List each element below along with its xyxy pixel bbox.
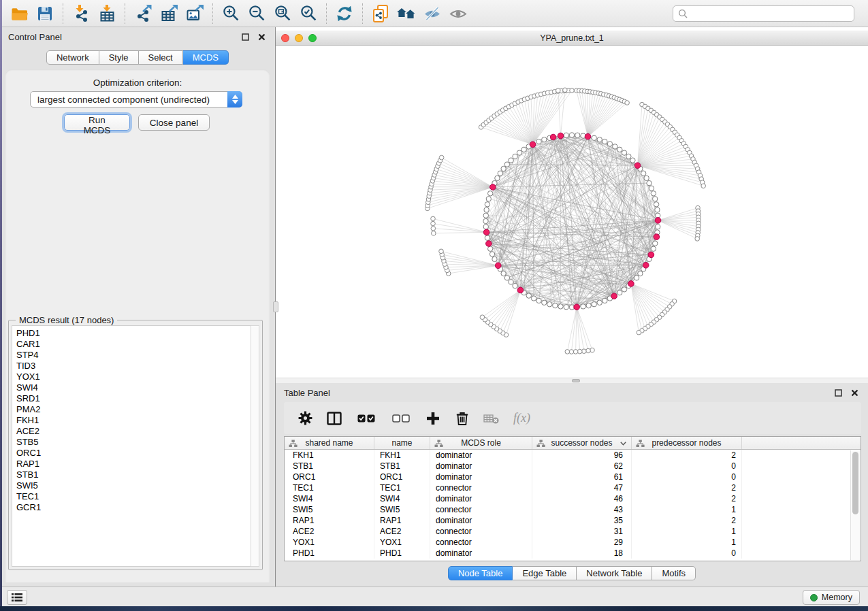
network-node[interactable] bbox=[542, 300, 547, 305]
table-cell[interactable]: 2 bbox=[632, 450, 742, 461]
table-cell[interactable]: PHD1 bbox=[285, 548, 374, 559]
network-node[interactable] bbox=[655, 208, 660, 212]
mcds-result-item[interactable]: YOX1 bbox=[16, 371, 251, 382]
network-hscrollbar[interactable] bbox=[276, 378, 868, 383]
table-cell[interactable]: connector bbox=[430, 504, 532, 515]
tab-style[interactable]: Style bbox=[99, 50, 139, 65]
network-node[interactable] bbox=[501, 166, 506, 171]
table-cell[interactable]: SWI5 bbox=[374, 504, 430, 515]
network-node[interactable] bbox=[495, 176, 500, 180]
table-row[interactable]: ACE2ACE2connector311 bbox=[285, 526, 850, 537]
network-node[interactable] bbox=[504, 162, 509, 167]
network-node[interactable] bbox=[509, 158, 513, 163]
network-node[interactable] bbox=[656, 225, 660, 229]
table-cell[interactable]: 18 bbox=[532, 548, 632, 559]
network-node[interactable] bbox=[644, 176, 649, 180]
mcds-result-item[interactable]: CAR1 bbox=[16, 339, 251, 350]
network-node[interactable] bbox=[651, 246, 656, 251]
table-row[interactable]: SWI4SWI4dominator462 bbox=[285, 493, 850, 504]
mcds-node[interactable] bbox=[611, 293, 617, 299]
table-cell[interactable]: ACE2 bbox=[285, 526, 374, 537]
table-row[interactable]: PHD1PHD1dominator180 bbox=[285, 548, 850, 559]
table-cell[interactable]: 35 bbox=[532, 515, 632, 526]
run-mcds-button[interactable]: Run MCDS bbox=[64, 114, 130, 131]
network-node[interactable] bbox=[630, 158, 635, 163]
mcds-result-item[interactable]: RAP1 bbox=[16, 459, 251, 469]
table-cell[interactable]: 29 bbox=[532, 537, 632, 548]
mcds-result-item[interactable]: SWI5 bbox=[16, 480, 251, 491]
table-cell[interactable]: RAP1 bbox=[285, 515, 374, 526]
table-cell[interactable]: dominator bbox=[430, 493, 532, 504]
leaf-node[interactable] bbox=[695, 237, 700, 242]
network-node[interactable] bbox=[483, 213, 488, 218]
table-cell[interactable]: STB1 bbox=[285, 461, 374, 472]
tab-network-table[interactable]: Network Table bbox=[577, 566, 652, 580]
table-cell[interactable]: 1 bbox=[632, 526, 742, 537]
network-node[interactable] bbox=[653, 241, 658, 246]
split-columns-icon[interactable] bbox=[325, 410, 343, 427]
mcds-node[interactable] bbox=[655, 218, 661, 224]
network-node[interactable] bbox=[513, 283, 517, 288]
network-node[interactable] bbox=[486, 197, 491, 201]
table-cell[interactable]: STB1 bbox=[374, 461, 430, 472]
network-node[interactable] bbox=[653, 197, 658, 201]
table-cell[interactable]: FKH1 bbox=[374, 450, 430, 461]
table-cell[interactable]: 0 bbox=[632, 461, 742, 472]
delete-table-icon[interactable] bbox=[483, 410, 500, 427]
table-row[interactable]: TEC1TEC1connector472 bbox=[285, 482, 850, 493]
close-panel-icon[interactable] bbox=[256, 31, 267, 42]
add-row-icon[interactable] bbox=[424, 410, 442, 427]
zoom-in-icon[interactable] bbox=[221, 3, 241, 24]
mcds-result-scrollbar[interactable] bbox=[251, 325, 259, 567]
mcds-node[interactable] bbox=[530, 142, 536, 148]
network-node[interactable] bbox=[536, 298, 541, 303]
mcds-result-item[interactable]: FKH1 bbox=[16, 415, 251, 426]
leaf-node[interactable] bbox=[701, 184, 706, 188]
network-node[interactable] bbox=[651, 191, 656, 196]
mcds-result-item[interactable]: TEC1 bbox=[16, 491, 251, 502]
network-node[interactable] bbox=[649, 186, 654, 191]
network-node[interactable] bbox=[592, 135, 596, 140]
table-cell[interactable]: FKH1 bbox=[285, 450, 374, 461]
network-node[interactable] bbox=[586, 303, 591, 308]
leaf-node[interactable] bbox=[625, 101, 630, 105]
mcds-result-list[interactable]: PHD1CAR1STP4TID3YOX1SWI4SRD1PMA2FKH1ACE2… bbox=[12, 325, 251, 567]
table-cell[interactable]: 2 bbox=[632, 493, 742, 504]
network-node[interactable] bbox=[504, 276, 509, 280]
network-node[interactable] bbox=[597, 300, 602, 305]
column-header-shared-name[interactable]: shared name bbox=[285, 437, 374, 449]
pane-splitter-handle[interactable] bbox=[273, 301, 278, 312]
table-row[interactable]: FKH1FKH1dominator962 bbox=[285, 450, 850, 461]
network-node[interactable] bbox=[483, 225, 488, 229]
mcds-result-item[interactable]: TID3 bbox=[16, 361, 251, 371]
network-node[interactable] bbox=[641, 171, 646, 176]
mcds-result-item[interactable]: STB5 bbox=[16, 437, 251, 448]
table-cell[interactable]: connector bbox=[430, 482, 532, 493]
leaf-node[interactable] bbox=[563, 88, 568, 93]
leaf-node[interactable] bbox=[431, 226, 436, 231]
mcds-node[interactable] bbox=[517, 287, 524, 293]
table-cell[interactable]: 1 bbox=[632, 537, 742, 548]
mcds-node[interactable] bbox=[634, 163, 641, 169]
leaf-node[interactable] bbox=[582, 349, 587, 354]
table-cell[interactable]: SWI4 bbox=[285, 493, 374, 504]
tab-node-table[interactable]: Node Table bbox=[448, 566, 513, 580]
leaf-node[interactable] bbox=[480, 315, 485, 320]
table-cell[interactable]: SWI5 bbox=[285, 504, 374, 515]
table-cell[interactable]: 2 bbox=[632, 515, 742, 526]
table-cell[interactable]: 43 bbox=[532, 504, 632, 515]
network-node[interactable] bbox=[536, 139, 541, 144]
network-node[interactable] bbox=[569, 133, 574, 137]
mcds-node[interactable] bbox=[558, 133, 564, 139]
function-builder-icon[interactable]: f(x) bbox=[513, 411, 530, 425]
table-row[interactable]: YOX1YOX1connector291 bbox=[285, 537, 850, 548]
network-node[interactable] bbox=[564, 133, 568, 137]
mcds-result-item[interactable]: PMA2 bbox=[16, 404, 251, 415]
refresh-view-icon[interactable] bbox=[334, 3, 355, 24]
table-cell[interactable]: 1 bbox=[632, 504, 742, 515]
table-cell[interactable]: dominator bbox=[430, 450, 532, 461]
table-cell[interactable]: ACE2 bbox=[374, 526, 430, 537]
network-node[interactable] bbox=[607, 142, 612, 146]
network-node[interactable] bbox=[485, 235, 489, 240]
leaf-node[interactable] bbox=[431, 221, 436, 226]
